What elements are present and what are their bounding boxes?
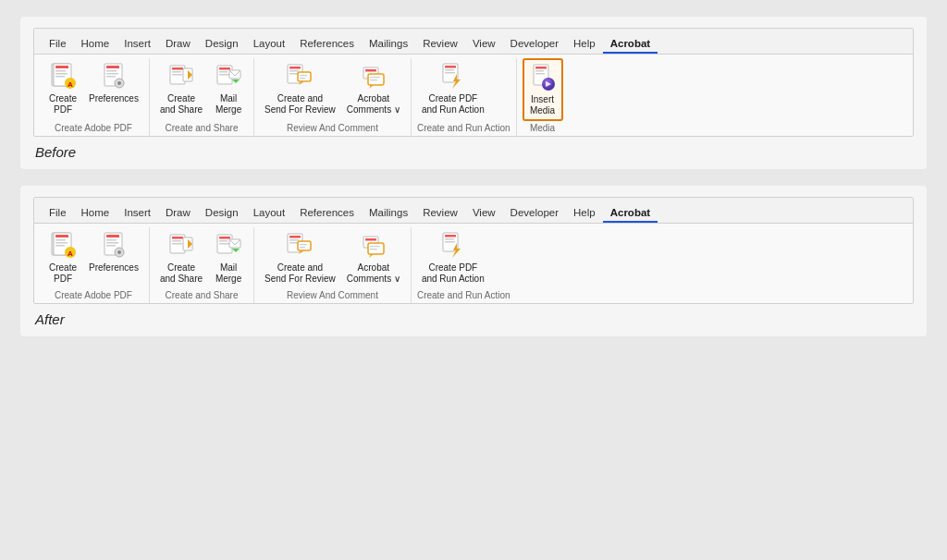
after-preferences-icon: [99, 231, 129, 261]
after-group-label-create-adobe-pdf: Create Adobe PDF: [43, 288, 143, 303]
tab-layout[interactable]: Layout: [246, 34, 293, 54]
svg-rect-5: [55, 76, 65, 78]
tab-draw[interactable]: Draw: [158, 34, 198, 54]
tab-developer[interactable]: Developer: [503, 34, 566, 54]
tab-review[interactable]: Review: [415, 34, 465, 54]
tab-references[interactable]: References: [292, 34, 362, 54]
svg-rect-95: [445, 238, 454, 240]
svg-rect-80: [289, 236, 301, 238]
svg-rect-61: [106, 235, 119, 237]
after-group-create-run-action: Create PDF and Run Action Create and Run…: [412, 227, 516, 303]
after-label: After: [35, 311, 914, 327]
after-tab-insert[interactable]: Insert: [117, 203, 158, 223]
after-btn-create-and-share[interactable]: Create and Share: [155, 227, 207, 288]
after-create-pdf-icon: A: [48, 231, 78, 261]
ribbon-body: A Create PDF: [34, 55, 913, 136]
after-create-pdf-label: Create PDF: [49, 262, 77, 285]
svg-rect-3: [55, 70, 66, 72]
svg-rect-48: [535, 70, 544, 72]
svg-rect-74: [219, 237, 230, 239]
svg-rect-91: [370, 246, 380, 247]
before-section: File Home Insert Draw Design Layout Refe…: [20, 17, 927, 169]
after-btn-mail-merge[interactable]: Mail Merge: [209, 227, 248, 288]
svg-rect-43: [445, 69, 454, 71]
svg-rect-54: [55, 235, 68, 237]
tab-mailings[interactable]: Mailings: [362, 34, 415, 54]
svg-rect-11: [106, 73, 118, 75]
after-tab-developer[interactable]: Developer: [503, 203, 566, 223]
before-ribbon: File Home Insert Draw Design Layout Refe…: [33, 28, 914, 137]
after-tab-file[interactable]: File: [42, 203, 74, 223]
svg-rect-44: [445, 72, 455, 74]
create-share-icon: [166, 62, 196, 91]
svg-marker-78: [232, 249, 240, 252]
btn-create-pdf[interactable]: A Create PDF: [43, 58, 82, 119]
svg-rect-28: [289, 67, 301, 69]
after-ribbon-tab-bar: File Home Insert Draw Design Layout Refe…: [34, 198, 913, 224]
after-tab-layout[interactable]: Layout: [246, 203, 293, 223]
create-send-icon: [285, 62, 314, 91]
svg-rect-47: [535, 67, 547, 69]
btn-mail-merge[interactable]: Mail Merge: [209, 58, 248, 119]
acrobat-comments-label: Acrobat Comments ∨: [347, 93, 400, 116]
tab-file[interactable]: File: [42, 34, 74, 54]
create-send-label: Create and Send For Review: [264, 93, 336, 116]
tab-design[interactable]: Design: [198, 34, 246, 54]
tab-view[interactable]: View: [465, 34, 503, 54]
svg-rect-63: [106, 242, 118, 244]
btn-acrobat-comments[interactable]: Acrobat Comments ∨: [342, 58, 405, 119]
svg-rect-33: [300, 75, 307, 76]
after-tab-acrobat[interactable]: Acrobat: [603, 203, 658, 223]
after-tab-help[interactable]: Help: [566, 203, 603, 223]
tab-acrobat[interactable]: Acrobat: [603, 34, 658, 54]
after-btn-create-pdf[interactable]: A Create PDF: [43, 227, 82, 288]
mail-merge-label: Mail Merge: [215, 93, 241, 116]
btn-insert-media[interactable]: Insert Media: [523, 58, 563, 121]
group-review-and-comment: Create and Send For Review: [254, 58, 412, 136]
after-tab-design[interactable]: Design: [198, 203, 246, 223]
tab-help[interactable]: Help: [566, 34, 603, 54]
after-acrobat-comments-label: Acrobat Comments ∨: [347, 262, 400, 285]
after-tab-references[interactable]: References: [292, 203, 362, 223]
group-media: Insert Media Media: [517, 58, 569, 136]
after-tab-draw[interactable]: Draw: [158, 203, 198, 223]
after-btn-create-pdf-run-action[interactable]: Create PDF and Run Action: [417, 227, 489, 288]
svg-rect-55: [55, 239, 66, 241]
create-pdf-icon: A: [48, 62, 78, 91]
svg-rect-12: [106, 76, 116, 78]
group-create-and-share: Create and Share: [150, 58, 254, 136]
after-btn-create-send-review[interactable]: Create and Send For Review: [260, 227, 340, 288]
after-create-run-action-icon: [438, 231, 468, 261]
svg-point-66: [117, 250, 121, 254]
after-ribbon-body: A Create PDF: [34, 224, 913, 303]
btn-create-send-review[interactable]: Create and Send For Review: [260, 58, 340, 119]
after-btn-preferences[interactable]: Preferences: [84, 227, 143, 277]
svg-rect-40: [370, 79, 377, 80]
after-tab-review[interactable]: Review: [415, 203, 465, 223]
svg-point-14: [117, 81, 121, 85]
create-run-action-label: Create PDF and Run Action: [422, 93, 485, 116]
tab-home[interactable]: Home: [74, 34, 117, 54]
btn-preferences[interactable]: Preferences: [84, 58, 143, 108]
svg-rect-96: [445, 241, 455, 243]
after-tab-view[interactable]: View: [465, 203, 503, 223]
svg-rect-9: [106, 66, 119, 68]
svg-rect-56: [55, 242, 68, 244]
svg-rect-18: [172, 74, 182, 76]
btn-create-pdf-run-action[interactable]: Create PDF and Run Action: [417, 58, 489, 119]
svg-rect-92: [370, 249, 377, 250]
after-tab-mailings[interactable]: Mailings: [362, 203, 415, 223]
svg-rect-88: [365, 238, 376, 241]
after-mail-merge-label: Mail Merge: [215, 262, 241, 285]
svg-text:A: A: [68, 250, 73, 258]
after-tab-home[interactable]: Home: [74, 203, 117, 223]
svg-rect-2: [55, 66, 68, 68]
svg-rect-83: [298, 241, 311, 250]
svg-rect-39: [370, 77, 380, 78]
btn-create-and-share[interactable]: Create and Share: [155, 58, 207, 119]
tab-insert[interactable]: Insert: [117, 34, 158, 54]
after-btn-acrobat-comments[interactable]: Acrobat Comments ∨: [342, 227, 405, 288]
after-section: File Home Insert Draw Design Layout Refe…: [20, 186, 927, 336]
after-group-label-create-and-share: Create and Share: [155, 288, 248, 303]
svg-rect-4: [55, 73, 68, 75]
